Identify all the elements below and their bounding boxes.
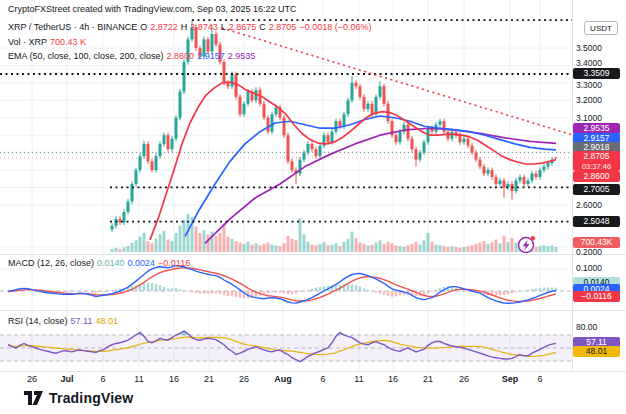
legend-value: EMA (50, close, 100, close, 200, close) xyxy=(8,51,164,61)
axis-tick-label: 2.6000 xyxy=(576,200,622,210)
rsi-pane-legend: RSI (14, close)57.1148.01 xyxy=(8,316,121,327)
axis-tick-label: 3.4000 xyxy=(576,58,622,68)
tradingview-logo-icon xyxy=(24,391,43,406)
tradingview-logo-text: TradingView xyxy=(49,390,133,406)
legend-value: 2.9157 xyxy=(197,51,225,61)
axis-tick-label: 3.2000 xyxy=(576,95,622,105)
time-tick-label: Sep xyxy=(495,374,525,384)
ema-legend: EMA (50, close, 100, close, 200, close)2… xyxy=(8,51,258,62)
legend-value: 48.01 xyxy=(95,316,118,326)
price-badge: 700.43K xyxy=(573,237,620,248)
legend-value: RSI (14, close) xyxy=(8,316,68,326)
price-badge: 48.01 xyxy=(573,346,620,357)
legend-value: 0.0024 xyxy=(128,258,156,268)
legend-value: XRP / TetherUS · 4h · BINANCE xyxy=(8,22,137,32)
time-tick-label: 11 xyxy=(344,374,374,384)
time-tick-label: 6 xyxy=(525,374,555,384)
axis-tick-label: 3.5000 xyxy=(576,43,622,53)
time-tick-label: 26 xyxy=(449,374,479,384)
legend-value: 57.11 xyxy=(71,316,93,326)
legend-value: 2.8675 xyxy=(229,22,257,32)
legend-value: Vol · XRP xyxy=(8,37,47,47)
legend-value: H xyxy=(181,22,188,32)
time-tick-label: 21 xyxy=(194,374,224,384)
axis-tick-label: 3.3000 xyxy=(576,80,622,90)
legend-value: O xyxy=(140,22,147,32)
time-tick-label: 11 xyxy=(124,374,154,384)
currency-unit-button[interactable]: USDT xyxy=(584,21,618,35)
axis-tick-label: 3.1000 xyxy=(576,113,622,123)
legend-value: 0.0140 xyxy=(97,258,125,268)
legend-value: MACD (12, 26, close) xyxy=(8,258,94,268)
time-tick-label: 6 xyxy=(88,374,118,384)
time-tick-label: 16 xyxy=(159,374,189,384)
legend-value: L xyxy=(221,22,226,32)
legend-value: −0.0018 (−0.06%) xyxy=(299,22,371,32)
time-tick-label: 16 xyxy=(378,374,408,384)
time-tick-label: 26 xyxy=(229,374,259,384)
legend-value: 2.8600 xyxy=(167,51,195,61)
axis-tick-label: 0.2000 xyxy=(576,247,622,257)
time-tick-label: Aug xyxy=(268,374,298,384)
price-badge: 2.870503:37:46 xyxy=(573,151,620,171)
volume-legend: Vol · XRP700.43 K xyxy=(8,37,89,48)
legend-value: C xyxy=(259,22,266,32)
tradingview-chart-window: CryptoFXStreet created with TradingView.… xyxy=(0,0,626,414)
macd-pane-legend: MACD (12, 26, close)0.01400.0024−0.0116 xyxy=(8,258,193,269)
legend-value: 700.43 K xyxy=(50,37,86,47)
legend-value: 2.8705 xyxy=(269,22,297,32)
price-badge: −0.0116 xyxy=(573,291,620,302)
time-tick-label: 26 xyxy=(17,374,47,384)
legend-value: −0.0116 xyxy=(158,258,190,268)
axis-tick-label: 0.1000 xyxy=(576,263,622,273)
countdown-timer: 03:37:46 xyxy=(573,162,620,171)
symbol-legend: XRP / TetherUS · 4h · BINANCEO2.8722H2.8… xyxy=(8,22,374,33)
price-badge: 2.7005 xyxy=(573,184,620,195)
legend-value: 2.9535 xyxy=(228,51,256,61)
legend-value: 2.8722 xyxy=(150,22,178,32)
time-tick-label: 6 xyxy=(308,374,338,384)
time-tick-label: 21 xyxy=(413,374,443,384)
axis-tick-label: 80.00 xyxy=(576,322,622,332)
price-badge: 3.3509 xyxy=(573,68,620,79)
price-badge: 2.5048 xyxy=(573,216,620,227)
price-badge: 2.8600 xyxy=(573,171,620,182)
tradingview-logo[interactable]: TradingView xyxy=(24,390,133,406)
time-tick-label: Jul xyxy=(52,374,82,384)
price-badge: 2.9535 xyxy=(573,123,620,134)
legend-value: 2.8743 xyxy=(190,22,218,32)
watermark-attribution: CryptoFXStreet created with TradingView.… xyxy=(8,4,296,15)
chart-surface[interactable] xyxy=(0,0,626,414)
